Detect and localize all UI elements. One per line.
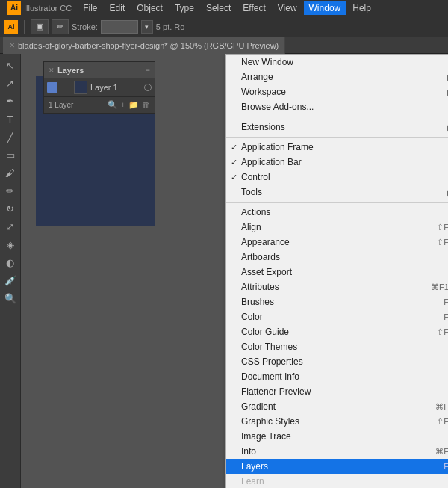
- tool-zoom[interactable]: 🔍: [2, 290, 19, 306]
- layer-target[interactable]: [144, 84, 152, 91]
- tool-blend[interactable]: ◈: [2, 236, 19, 253]
- toolbar-tool1[interactable]: ▣: [31, 19, 49, 34]
- layers-search[interactable]: 🔍: [108, 100, 118, 110]
- layers-count: 1 Layer: [49, 101, 73, 109]
- menu-browse-addons[interactable]: Browse Add-ons...: [226, 99, 448, 114]
- menu-info[interactable]: Info ⌘F8: [226, 444, 448, 459]
- menu-image-trace[interactable]: Image Trace: [226, 429, 448, 444]
- menu-scroll[interactable]: New Window Arrange ▶ Workspace ▶ Browse …: [226, 55, 448, 488]
- tool-rect[interactable]: ▭: [2, 146, 19, 163]
- menu-learn[interactable]: Learn: [226, 474, 448, 488]
- toolbar-ai-icon: Ai: [4, 20, 18, 34]
- tabbar: ✕ blades-of-glory-barber-shop-flyer-desi…: [0, 37, 448, 54]
- menu-divider2: [226, 137, 448, 138]
- layer-name: Layer 1: [90, 83, 141, 92]
- menu-brushes[interactable]: Brushes F5: [226, 294, 448, 309]
- menu-select[interactable]: Select: [201, 1, 236, 15]
- tool-eyedropper[interactable]: 💉: [2, 272, 19, 288]
- layers-panel: ✕ Layers ≡ Layer 1 1 Layer 🔍 + 📁: [43, 61, 155, 114]
- menu-arrange[interactable]: Arrange ▶: [226, 70, 448, 84]
- stroke-color-box[interactable]: [101, 20, 138, 34]
- menu-tools[interactable]: Tools ▶: [226, 185, 448, 200]
- tool-scale[interactable]: ⤢: [2, 218, 19, 235]
- tool-type[interactable]: T: [2, 111, 19, 127]
- layer-row[interactable]: Layer 1: [44, 78, 155, 96]
- menu-app-bar[interactable]: ✓ Application Bar: [226, 155, 448, 170]
- menu-artboards[interactable]: Artboards: [226, 250, 448, 265]
- menu-extensions[interactable]: Extensions ▶: [226, 120, 448, 135]
- app-logo: Ai: [7, 1, 21, 15]
- menu-view[interactable]: View: [273, 1, 302, 15]
- layer-thumbnail: [74, 81, 87, 94]
- menu-control[interactable]: ✓ Control: [226, 170, 448, 185]
- tab-close[interactable]: ✕: [9, 41, 15, 49]
- tool-pen[interactable]: ✒: [2, 93, 19, 109]
- menu-appearance[interactable]: Appearance ⇧F6: [226, 235, 448, 250]
- layer-lock[interactable]: [60, 82, 71, 93]
- panel-ctrl-menu[interactable]: ≡: [146, 67, 150, 75]
- tool-line[interactable]: ╱: [2, 129, 19, 145]
- tool-direct[interactable]: ↗: [2, 75, 19, 91]
- layers-actions: 🔍 + 📁 🗑: [108, 100, 150, 110]
- menu-divider1: [226, 117, 448, 117]
- menu-divider3: [226, 202, 448, 203]
- app-name: Illustrator CC: [24, 4, 72, 13]
- layer-visibility[interactable]: [47, 82, 57, 93]
- canvas-area: ✕ Layers ≡ Layer 1 1 Layer 🔍 + 📁: [21, 54, 448, 488]
- layers-panel-close[interactable]: ✕: [49, 67, 55, 74]
- menu-document-info[interactable]: Document Info: [226, 369, 448, 384]
- menu-color[interactable]: Color F6: [226, 309, 448, 324]
- pt-label: 5 pt. Ro: [156, 22, 185, 31]
- menu-asset-export[interactable]: Asset Export: [226, 265, 448, 279]
- tool-gradient[interactable]: ◐: [2, 254, 19, 271]
- stroke-dropdown[interactable]: ▾: [141, 20, 153, 34]
- menu-effect[interactable]: Effect: [237, 1, 270, 15]
- check-control: ✓: [231, 173, 237, 182]
- menubar: Ai Illustrator CC File Edit Object Type …: [0, 0, 448, 16]
- tab-label: blades-of-glory-barber-shop-flyer-design…: [18, 41, 279, 50]
- menu-help[interactable]: Help: [347, 1, 376, 15]
- menu-css-properties[interactable]: CSS Properties: [226, 354, 448, 369]
- menu-file[interactable]: File: [78, 1, 102, 15]
- layers-panel-controls: ≡: [146, 67, 150, 75]
- menu-color-guide[interactable]: Color Guide ⇧F3: [226, 324, 448, 339]
- window-dropdown-menu: New Window Arrange ▶ Workspace ▶ Browse …: [225, 54, 448, 488]
- toolbar: Ai ▣ ✏ Stroke: ▾ 5 pt. Ro: [0, 16, 448, 37]
- toolbar-tool2[interactable]: ✏: [52, 19, 69, 34]
- layers-panel-title: Layers: [57, 66, 84, 75]
- layers-panel-footer: 1 Layer 🔍 + 📁 🗑: [44, 96, 155, 113]
- layers-panel-header: ✕ Layers ≡: [44, 62, 155, 78]
- check-app-bar: ✓: [231, 158, 237, 167]
- tool-rotate[interactable]: ↻: [2, 200, 19, 217]
- app-logo-area: Ai Illustrator CC: [3, 1, 76, 15]
- layers-delete[interactable]: 🗑: [142, 100, 150, 110]
- check-app-frame: ✓: [231, 143, 237, 152]
- tool-pencil[interactable]: ✏: [2, 182, 19, 199]
- stroke-label: Stroke:: [72, 22, 98, 31]
- menu-edit[interactable]: Edit: [105, 1, 131, 15]
- tool-paintbrush[interactable]: 🖌: [2, 164, 19, 181]
- menu-actions[interactable]: Actions: [226, 205, 448, 220]
- menu-window[interactable]: Window: [304, 1, 346, 15]
- menu-app-frame[interactable]: ✓ Application Frame: [226, 140, 448, 155]
- menu-align[interactable]: Align ⇧F7: [226, 220, 448, 235]
- layers-add[interactable]: +: [121, 100, 125, 110]
- menu-type[interactable]: Type: [169, 1, 199, 15]
- toolbar-divider1: [24, 20, 25, 34]
- menu-new-window[interactable]: New Window: [226, 55, 448, 70]
- menu-attributes[interactable]: Attributes ⌘F11: [226, 279, 448, 294]
- menu-object[interactable]: Object: [131, 1, 168, 15]
- tool-select[interactable]: ↖: [2, 57, 19, 73]
- menu-layers[interactable]: Layers F7: [226, 459, 448, 474]
- menu-graphic-styles[interactable]: Graphic Styles ⇧F5: [226, 414, 448, 429]
- document-tab[interactable]: ✕ blades-of-glory-barber-shop-flyer-desi…: [3, 37, 285, 54]
- main-area: ↖ ↗ ✒ T ╱ ▭ 🖌 ✏ ↻ ⤢ ◈ ◐ 💉 🔍 ✕ Layers ≡: [0, 54, 448, 488]
- menu-color-themes[interactable]: Color Themes: [226, 339, 448, 354]
- menu-workspace[interactable]: Workspace ▶: [226, 84, 448, 99]
- menu-flattener-preview[interactable]: Flattener Preview: [226, 384, 448, 399]
- left-tools: ↖ ↗ ✒ T ╱ ▭ 🖌 ✏ ↻ ⤢ ◈ ◐ 💉 🔍: [0, 54, 21, 488]
- layers-folder[interactable]: 📁: [128, 100, 139, 110]
- menu-gradient[interactable]: Gradient ⌘F9: [226, 399, 448, 414]
